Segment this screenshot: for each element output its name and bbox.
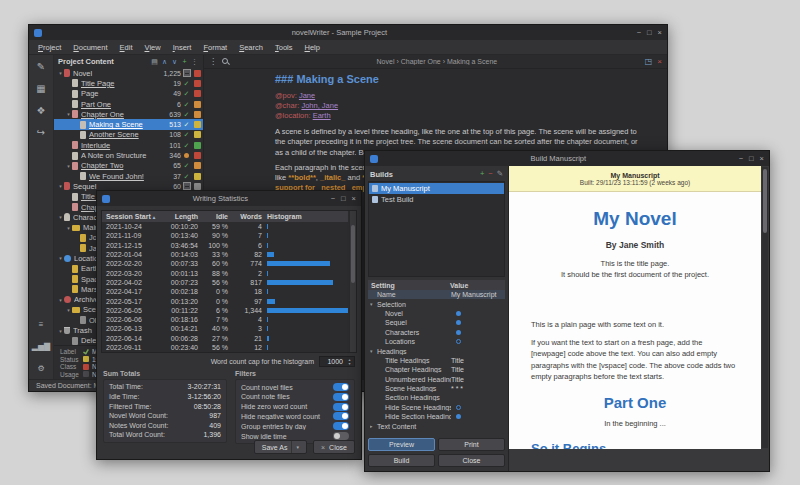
setting-row[interactable]: ▸ Text Content	[368, 421, 505, 430]
column-words[interactable]: Words	[228, 213, 262, 220]
tree-row[interactable]: Interlude 101	[54, 140, 203, 150]
window-control-button[interactable]: ×	[760, 155, 764, 163]
build-list-item[interactable]: My Manuscript	[369, 183, 504, 194]
setting-row[interactable]: Characters	[368, 328, 505, 337]
setting-row[interactable]: Chapter Headings Title	[368, 365, 505, 374]
column-idle[interactable]: Idle	[198, 213, 228, 220]
setting-row[interactable]: Title Headings Title	[368, 356, 505, 365]
filter-toggle[interactable]	[333, 412, 349, 420]
window-control-button[interactable]: □	[341, 195, 346, 203]
build-action-button[interactable]: Close	[438, 454, 505, 467]
expander-icon[interactable]	[57, 70, 64, 76]
menu-item[interactable]: Help	[298, 41, 325, 54]
expander-icon[interactable]	[57, 183, 64, 189]
setting-row[interactable]: Section Headings	[368, 393, 505, 402]
maximize-document-icon[interactable]: ◳	[645, 58, 653, 66]
column-session-start[interactable]: Session Start▴	[102, 213, 154, 220]
include-checkbox[interactable]	[181, 172, 192, 180]
writing-stats-icon[interactable]: ▂▅▇	[32, 342, 50, 352]
expand-arrow-icon[interactable]: ▸	[370, 423, 377, 429]
settings-icon[interactable]: ⚙	[37, 364, 44, 374]
tree-row[interactable]: Part One 6	[54, 99, 203, 109]
expander-icon[interactable]	[57, 255, 64, 261]
include-checkbox[interactable]	[181, 162, 192, 170]
window-control-button[interactable]: □	[749, 155, 754, 163]
expander-icon[interactable]	[65, 225, 72, 231]
setting-row[interactable]: ▾ Selection	[368, 299, 505, 308]
menu-item[interactable]: Project	[32, 41, 67, 54]
setting-row[interactable]: Hide Scene Headings	[368, 403, 505, 412]
include-checkbox[interactable]	[181, 141, 192, 149]
spin-down-icon[interactable]: ▾	[348, 362, 350, 366]
setting-row[interactable]: Unnumbered Headings Title	[368, 375, 505, 384]
tree-row[interactable]: Chapter Two 65	[54, 161, 203, 171]
menu-item[interactable]: View	[139, 41, 167, 54]
outline-icon[interactable]: ≡	[39, 320, 44, 330]
filter-toggle[interactable]	[333, 393, 349, 401]
tree-row[interactable]: Page 49	[54, 89, 203, 99]
filter-toggle[interactable]	[333, 422, 349, 430]
include-checkbox[interactable]	[181, 100, 192, 108]
cap-spinbox[interactable]: 1000 ▴▾	[319, 356, 355, 367]
move-up-icon[interactable]: ∧	[160, 57, 169, 66]
tree-row[interactable]: Another Scene 108	[54, 130, 203, 140]
tree-row[interactable]: Title Page 19	[54, 78, 203, 88]
quick-view-icon[interactable]: ▤	[150, 57, 159, 66]
setting-row[interactable]: Sequel	[368, 318, 505, 327]
preview-scrollbar[interactable]	[762, 167, 768, 448]
tree-row[interactable]: Making a Scene 513	[54, 119, 203, 129]
add-build-icon[interactable]: +	[480, 170, 484, 178]
include-checkbox[interactable]	[181, 69, 192, 77]
filter-toggle[interactable]	[333, 403, 349, 411]
include-checkbox[interactable]	[181, 131, 192, 139]
add-icon[interactable]: +	[180, 57, 189, 66]
edit-build-icon[interactable]: ✎	[497, 170, 503, 178]
expander-icon[interactable]	[65, 163, 72, 169]
close-button[interactable]: × Close	[313, 440, 355, 454]
build-action-button[interactable]: Preview	[368, 438, 435, 451]
window-control-button[interactable]: −	[637, 29, 641, 37]
tree-row[interactable]: We Found John! 37	[54, 171, 203, 181]
setting-row[interactable]: Novel	[368, 309, 505, 318]
search-icon[interactable]	[222, 58, 229, 65]
stats-titlebar[interactable]: Writing Statistics −□×	[97, 191, 361, 206]
export-icon[interactable]: ↪	[37, 128, 45, 138]
menu-item[interactable]: Search	[233, 41, 269, 54]
include-checkbox[interactable]	[181, 152, 192, 160]
include-checkbox[interactable]	[181, 79, 192, 87]
tree-row[interactable]: Novel 1,225	[54, 68, 203, 78]
expander-icon[interactable]	[57, 214, 64, 220]
window-control-button[interactable]: ×	[352, 195, 356, 203]
setting-row[interactable]: Scene Headings * * *	[368, 384, 505, 393]
close-document-icon[interactable]: ×	[657, 58, 662, 66]
menu-item[interactable]: Edit	[114, 41, 139, 54]
include-checkbox[interactable]	[181, 110, 192, 118]
menu-item[interactable]: Document	[67, 41, 113, 54]
move-down-icon[interactable]: ∨	[170, 57, 179, 66]
build-action-button[interactable]: Build	[368, 454, 435, 467]
menu-icon[interactable]: ⋮	[190, 57, 199, 66]
setting-row[interactable]: Locations	[368, 337, 505, 346]
cap-value[interactable]: 1000	[320, 358, 345, 365]
doc-menu-icon[interactable]: ⋮	[209, 58, 217, 66]
filter-toggle[interactable]	[333, 383, 349, 391]
include-checkbox[interactable]	[181, 121, 192, 129]
build-list-item[interactable]: Test Build	[369, 194, 504, 205]
novel-tree-icon[interactable]: ❖	[37, 106, 46, 116]
main-titlebar[interactable]: novelWriter - Sample Project −□×	[29, 25, 667, 40]
dropdown-caret-icon[interactable]: ▾	[291, 441, 299, 453]
project-tree-icon[interactable]: ▦	[36, 84, 45, 94]
scrollbar-thumb[interactable]	[351, 225, 355, 283]
save-as-button[interactable]: Save As ▾	[254, 440, 307, 454]
menu-item[interactable]: Format	[197, 41, 233, 54]
expand-arrow-icon[interactable]: ▾	[370, 348, 377, 354]
expand-arrow-icon[interactable]: ▾	[370, 301, 377, 307]
expander-icon[interactable]	[65, 111, 72, 117]
build-titlebar[interactable]: Build Manuscript −□×	[365, 151, 769, 166]
window-control-button[interactable]: ×	[658, 29, 662, 37]
menu-item[interactable]: Insert	[167, 41, 198, 54]
tree-row[interactable]: A Note on Structure 346	[54, 150, 203, 160]
column-histogram[interactable]: Histogram	[262, 213, 348, 220]
window-control-button[interactable]: −	[331, 195, 335, 203]
expander-icon[interactable]	[57, 328, 64, 334]
